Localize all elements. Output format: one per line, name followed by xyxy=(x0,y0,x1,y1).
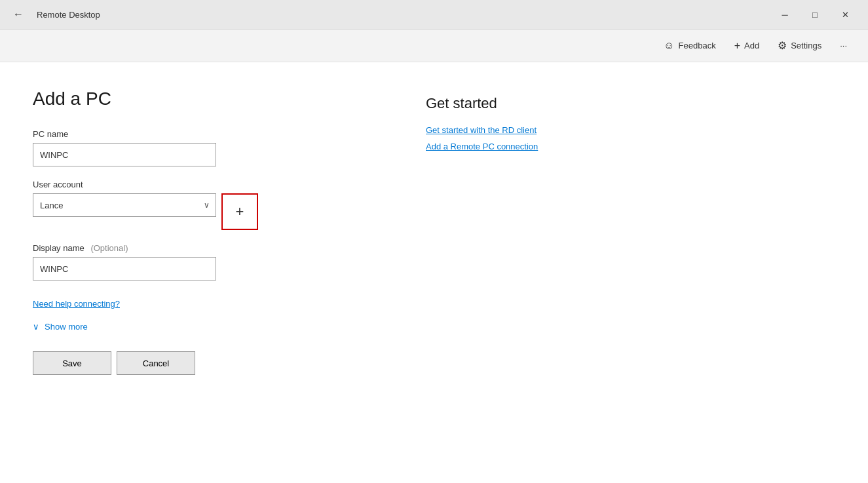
user-account-group: User account Lance ∨ + xyxy=(33,180,334,230)
plus-icon: + xyxy=(236,203,244,220)
settings-button[interactable]: ⚙ Settings xyxy=(770,35,829,56)
right-panel: Get started Get started with the RD clie… xyxy=(360,88,835,457)
settings-label: Settings xyxy=(791,41,821,50)
titlebar-title: Remote Desktop xyxy=(37,10,100,20)
user-account-label: User account xyxy=(33,180,334,189)
display-name-input[interactable] xyxy=(33,257,216,280)
pc-name-label: PC name xyxy=(33,129,334,139)
pc-name-group: PC name xyxy=(33,129,334,166)
form-panel: Add a PC PC name User account Lance ∨ + xyxy=(33,88,360,457)
minimize-button[interactable]: ─ xyxy=(770,0,800,29)
nav-actions: ☺ Feedback + Add ⚙ Settings ··· xyxy=(656,35,855,56)
feedback-button[interactable]: ☺ Feedback xyxy=(656,36,723,56)
feedback-label: Feedback xyxy=(679,41,716,50)
pc-name-input[interactable] xyxy=(33,143,216,166)
save-button[interactable]: Save xyxy=(33,351,111,375)
more-button[interactable]: ··· xyxy=(832,37,855,54)
user-account-row: Lance ∨ + xyxy=(33,193,334,230)
more-label: ··· xyxy=(840,41,847,50)
back-button[interactable]: ← xyxy=(8,6,29,23)
show-more-label: Show more xyxy=(45,322,88,332)
user-account-select-wrapper: Lance ∨ xyxy=(33,193,216,217)
chevron-down-icon: ∨ xyxy=(33,322,39,332)
user-account-select[interactable]: Lance xyxy=(33,193,216,217)
help-link[interactable]: Need help connecting? xyxy=(33,299,120,309)
navbar: ☺ Feedback + Add ⚙ Settings ··· xyxy=(0,29,868,62)
cancel-button[interactable]: Cancel xyxy=(117,351,195,375)
add-label: Add xyxy=(744,41,759,50)
display-name-label: Display name (Optional) xyxy=(33,243,334,253)
main-content: Add a PC PC name User account Lance ∨ + xyxy=(0,62,868,483)
add-button[interactable]: + Add xyxy=(726,36,767,56)
action-buttons: Save Cancel xyxy=(33,351,334,375)
feedback-icon: ☺ xyxy=(664,40,674,52)
titlebar-right: ─ □ ✕ xyxy=(770,0,860,29)
titlebar: ← Remote Desktop ─ □ ✕ xyxy=(0,0,868,29)
page-title: Add a PC xyxy=(33,88,334,109)
rd-client-link[interactable]: Get started with the RD client xyxy=(426,125,537,135)
get-started-title: Get started xyxy=(426,95,835,112)
optional-label: (Optional) xyxy=(90,243,128,253)
add-icon: + xyxy=(734,40,740,52)
remote-pc-link[interactable]: Add a Remote PC connection xyxy=(426,142,538,151)
display-name-group: Display name (Optional) xyxy=(33,243,334,280)
close-button[interactable]: ✕ xyxy=(830,0,860,29)
titlebar-left: ← Remote Desktop xyxy=(8,6,770,23)
show-more-button[interactable]: ∨ Show more xyxy=(33,322,88,332)
add-account-button[interactable]: + xyxy=(221,193,258,230)
maximize-button[interactable]: □ xyxy=(800,0,830,29)
settings-icon: ⚙ xyxy=(778,39,787,52)
